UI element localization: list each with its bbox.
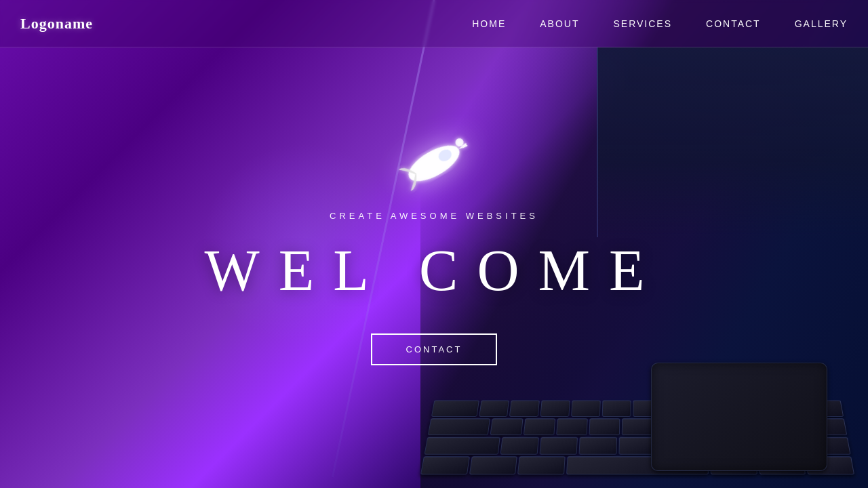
navigation: HOME ABOUT SERVICES CONTACT GALLERY [472,18,848,29]
page-wrapper: Logoname HOME ABOUT SERVICES CONTACT GAL… [0,0,868,488]
rocket-icon [387,129,481,197]
hero-tagline: CREATE AWESOME WEBSITES [330,211,538,221]
header: Logoname HOME ABOUT SERVICES CONTACT GAL… [0,0,868,47]
nav-gallery[interactable]: GALLERY [795,18,848,29]
svg-point-0 [403,138,465,188]
nav-contact[interactable]: CONTACT [706,18,761,29]
nav-home[interactable]: HOME [472,18,506,29]
logo: Logoname [20,15,93,33]
hero-section: CREATE AWESOME WEBSITES WEL COME CONTACT [0,47,868,488]
nav-about[interactable]: ABOUT [540,18,579,29]
hero-welcome: WEL COME [204,241,663,300]
contact-button[interactable]: CONTACT [371,333,498,365]
nav-services[interactable]: SERVICES [613,18,672,29]
